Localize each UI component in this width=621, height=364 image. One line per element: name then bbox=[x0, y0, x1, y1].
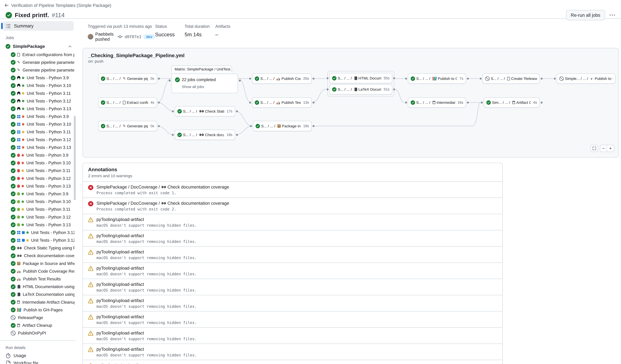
sidebar-job-item[interactable]: ReleasePage bbox=[0, 314, 76, 321]
sidebar-item-workflow-file[interactable]: Workflow file bbox=[0, 360, 76, 364]
sidebar-job-item[interactable]: Check documentation covera... bbox=[0, 252, 76, 260]
graph-node[interactable]: S... / ... / Publish to GH-P...7s bbox=[408, 73, 466, 84]
sidebar-job-item[interactable]: Unit Tests - Python 3.11 bbox=[0, 167, 76, 174]
linux-icon bbox=[17, 107, 20, 111]
annotation-title[interactable]: pyTooling/upload-artifact bbox=[97, 217, 144, 222]
zoom-in-button[interactable]: + bbox=[607, 145, 614, 152]
sidebar-job-item[interactable]: Unit Tests - Python 3.10 bbox=[0, 82, 76, 89]
success-icon bbox=[411, 100, 415, 105]
graph-node[interactable]: S... / ... / Check Static Ty...17s bbox=[175, 106, 235, 117]
sidebar-job-item[interactable]: Unit Tests - Python 3.12 bbox=[0, 213, 76, 221]
sidebar-job-item[interactable]: Unit Tests - Python 3.9 bbox=[0, 190, 76, 198]
sidebar-job-item[interactable]: LaTeX Documentation using ... bbox=[0, 291, 76, 298]
sidebar-job-item[interactable]: Unit Tests - Python 3.12 bbox=[0, 174, 76, 182]
annotation-title[interactable]: Check documentation coverage bbox=[167, 201, 229, 206]
sidebar-job-item[interactable]: ✎Generate pipeline parameters bbox=[0, 66, 76, 74]
sidebar-job-item[interactable]: Unit Tests - Python 3.11 bbox=[0, 128, 76, 136]
sidebar-job-item[interactable]: Unit Tests - Python 3.10 bbox=[0, 121, 76, 128]
py-green-icon bbox=[22, 85, 24, 87]
commit-sha[interactable]: d0f07e1 bbox=[125, 35, 141, 39]
graph-node[interactable]: S... / ... / Package in Sou...18s bbox=[253, 121, 312, 131]
graph-node[interactable]: S... / ... / ✎Generate pipelin...0s bbox=[98, 73, 157, 84]
show-all-jobs-link[interactable]: Show all jobs bbox=[182, 85, 204, 89]
sidebar-job-item[interactable]: Unit Tests - Python 3.13 bbox=[0, 182, 76, 190]
success-icon bbox=[11, 308, 16, 312]
duration-label: Total duration bbox=[185, 24, 215, 29]
sidebar-job-item[interactable]: Unit Tests - Python 3.13 bbox=[0, 221, 76, 229]
node-duration: 0s bbox=[149, 77, 154, 81]
annotation-title[interactable]: Check documentation coverage bbox=[167, 185, 229, 190]
sidebar-job-item[interactable]: HTML Documentation using ... bbox=[0, 283, 76, 291]
sidebar-job-item[interactable]: Extract configurations from p... bbox=[0, 51, 76, 58]
status-label: Status bbox=[155, 24, 185, 29]
graph-node[interactable]: S... / ... / LaTeX Docume...51s bbox=[329, 84, 392, 95]
sidebar-job-item[interactable]: Unit Tests - Python 3.11 bbox=[0, 206, 76, 213]
annotation-title[interactable]: pyTooling/upload-artifact bbox=[97, 330, 144, 336]
annotation-title[interactable]: pyTooling/upload-artifact bbox=[97, 266, 144, 271]
job-label: Unit Tests - Python 3.13 bbox=[27, 106, 71, 111]
sidebar-job-item[interactable]: ✎Generate pipeline parameters bbox=[0, 58, 76, 66]
sidebar-scrollbar[interactable] bbox=[74, 116, 76, 200]
matrix-node[interactable]: 22 jobs completed Show all jobs bbox=[172, 74, 238, 93]
job-group-simplepackage[interactable]: SimplePackage bbox=[0, 42, 76, 51]
branch-badge[interactable]: dev bbox=[143, 34, 155, 39]
sidebar-job-item[interactable]: Unit Tests - Python 3.13 bbox=[0, 144, 76, 151]
node-prefix: S... / ... / bbox=[106, 76, 121, 81]
annotation-title[interactable]: pyTooling/upload-artifact bbox=[97, 298, 144, 303]
graph-node[interactable]: S... / ... / Publish Test Re...13s bbox=[252, 97, 312, 108]
sidebar-item-usage[interactable]: Usage bbox=[0, 352, 76, 360]
graph-node[interactable]: S... / ... / HTML Docume...55s bbox=[329, 73, 392, 83]
graph-node[interactable]: S... / ... / Create 'Release Pa... bbox=[483, 73, 540, 84]
py-red-icon bbox=[21, 185, 24, 187]
sidebar-job-item[interactable]: Unit Tests - Python 3.12 bbox=[0, 237, 76, 244]
sidebar-job-item[interactable]: Publish to GH-Pages bbox=[0, 306, 76, 314]
matrix-label: Matrix: SimplePackage / UnitTest... bbox=[172, 65, 232, 73]
sidebar-job-item[interactable]: Publish Test Results bbox=[0, 275, 76, 283]
kebab-menu-button[interactable] bbox=[607, 10, 617, 20]
graph-node[interactable]: Simple... / ... / ▲Publish to PyPI bbox=[556, 73, 616, 84]
warning-icon bbox=[88, 298, 93, 304]
sidebar-job-item[interactable]: Intermediate Artifact Cleanup bbox=[0, 298, 76, 306]
annotation-title[interactable]: pyTooling/upload-artifact bbox=[97, 314, 144, 319]
sidebar-job-item[interactable]: Unit Tests - Python 3.12 bbox=[0, 229, 76, 236]
eyes-icon bbox=[17, 255, 21, 257]
annotation-title[interactable]: pyTooling/upload-artifact bbox=[97, 233, 144, 238]
sidebar-job-item[interactable]: Unit Tests - Python 3.9 bbox=[0, 74, 76, 82]
sidebar-item-summary[interactable]: Summary bbox=[2, 21, 74, 31]
trash-icon bbox=[432, 101, 435, 104]
graph-node[interactable]: S... / ... / ✎Generate pipelin...0s bbox=[98, 121, 157, 131]
graph-node[interactable]: S... / ... / Publish Code C...20s bbox=[252, 73, 312, 84]
annotation-title[interactable]: pyTooling/upload-artifact bbox=[97, 249, 144, 254]
sidebar-job-item[interactable]: Publish Code Coverage Results bbox=[0, 267, 76, 275]
graph-node[interactable]: S... / ... / Check docume...18s bbox=[175, 130, 235, 140]
back-arrow-icon[interactable] bbox=[4, 3, 9, 8]
sidebar-job-item[interactable]: Artifact Cleanup bbox=[0, 322, 76, 329]
annotation-title[interactable]: pyTooling/upload-artifact bbox=[97, 363, 144, 364]
graph-node[interactable]: Sim... / ... / Artifact Cleanup4s bbox=[483, 97, 540, 108]
breadcrumb-workflow-link[interactable]: Verification of Pipeline Templates (Simp… bbox=[11, 3, 111, 8]
sidebar-job-item[interactable]: Unit Tests - Python 3.9 bbox=[0, 151, 76, 159]
graph-node[interactable]: S... / ... / Extract configur...4s bbox=[98, 97, 157, 108]
annotation-title[interactable]: pyTooling/upload-artifact bbox=[97, 282, 144, 287]
success-icon bbox=[332, 87, 336, 92]
sidebar-job-item[interactable]: Check Static Typing using Pyt... bbox=[0, 244, 76, 252]
sidebar-job-item[interactable]: Unit Tests - Python 3.9 bbox=[0, 113, 76, 121]
graph-node[interactable]: S... / ... / Intermediate A...16s bbox=[408, 97, 466, 108]
sidebar-job-item[interactable]: Unit Tests - Python 3.12 bbox=[0, 97, 76, 105]
sidebar-job-item[interactable]: Unit Tests - Python 3.11 bbox=[0, 89, 76, 97]
sidebar-job-item[interactable]: PublishOnPyPI bbox=[0, 329, 76, 337]
fullscreen-button[interactable] bbox=[591, 145, 598, 152]
pencil-icon: ✎ bbox=[17, 68, 20, 72]
success-icon bbox=[11, 168, 16, 173]
sidebar-job-item[interactable]: Unit Tests - Python 3.12 bbox=[0, 136, 76, 144]
zoom-out-button[interactable]: − bbox=[600, 145, 607, 152]
sidebar-job-item[interactable]: Unit Tests - Python 3.13 bbox=[0, 105, 76, 113]
sidebar-job-item[interactable]: Package in Source and Wheel... bbox=[0, 260, 76, 267]
annotation-title[interactable]: pyTooling/upload-artifact bbox=[97, 347, 144, 352]
windows-icon bbox=[17, 130, 20, 134]
py-yellow-icon bbox=[22, 131, 24, 133]
sidebar-job-item[interactable]: Unit Tests - Python 3.10 bbox=[0, 159, 76, 167]
annotation-prefix: SimplePackage / DocCoverage / bbox=[97, 185, 160, 190]
sidebar-job-item[interactable]: Unit Tests - Python 3.10 bbox=[0, 198, 76, 206]
artifacts-value: – bbox=[215, 32, 230, 37]
